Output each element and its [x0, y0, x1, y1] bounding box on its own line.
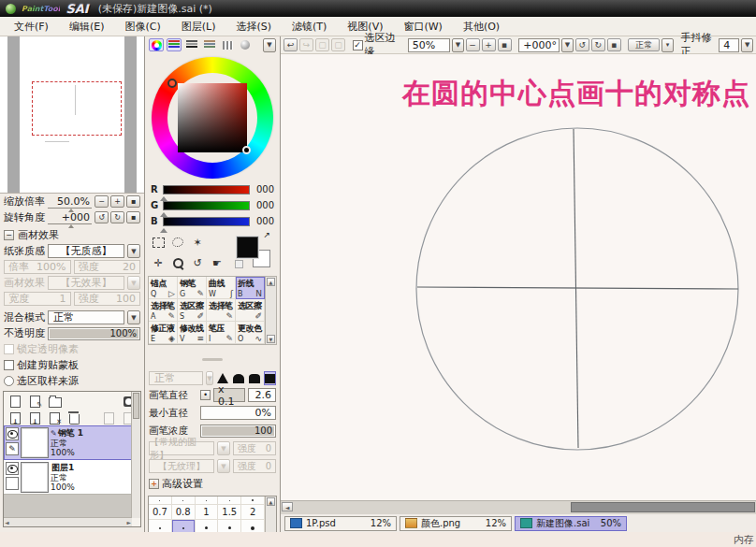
rect-select-tool[interactable] — [151, 236, 166, 249]
nav-zoom-slider[interactable]: 50.0% — [48, 194, 92, 209]
expand-icon[interactable]: + — [149, 479, 159, 489]
scroll-down-icon[interactable]: ▼ — [267, 335, 275, 343]
preset-dot-small[interactable] — [241, 497, 264, 505]
color-wheel[interactable] — [152, 57, 273, 179]
lasso-tool[interactable] — [170, 236, 185, 249]
menu-item-8[interactable]: 其他(O) — [453, 18, 510, 36]
view-zoom-field[interactable]: 50% — [408, 38, 450, 52]
new-layer-button[interactable] — [8, 395, 22, 408]
layer-item-layer-1[interactable]: 图层1正常100% — [4, 460, 132, 495]
preset-size-2[interactable]: 2 — [241, 505, 264, 520]
layer-item-pen-1[interactable]: ✎✎钢笔 1正常100% — [4, 425, 132, 460]
nav-rotate-slider[interactable]: +000 — [48, 210, 92, 224]
tool-pen-pressure[interactable]: 笔压I✎ — [207, 322, 236, 344]
saturation-value-square[interactable] — [178, 83, 247, 152]
undo-button[interactable]: ↩ — [284, 38, 298, 51]
preset-dot-small[interactable] — [149, 497, 171, 505]
chevron-down-icon[interactable]: ▼ — [263, 38, 276, 52]
chevron-down-icon[interactable]: ▼ — [127, 310, 140, 324]
red-slider[interactable] — [163, 185, 250, 194]
navigator-preview[interactable] — [0, 36, 144, 194]
zoom-tool[interactable] — [170, 256, 185, 269]
menu-item-3[interactable]: 图层(L) — [171, 18, 226, 36]
nav-zoom-in-button[interactable]: + — [110, 195, 124, 208]
canvas-horizontal-scrollbar[interactable]: ◄ — [281, 500, 756, 513]
tool-change-color[interactable]: 更改色O∿ — [236, 322, 265, 344]
chevron-down-icon[interactable]: ▼ — [561, 38, 574, 52]
layer-horizontal-scrollbar[interactable]: ◄► — [4, 517, 132, 526]
preset-size-1[interactable]: 1 — [196, 505, 218, 520]
brush-tip-flat[interactable] — [264, 371, 276, 385]
chevron-down-icon[interactable]: ▼ — [741, 38, 753, 52]
scratchpad-tab[interactable] — [238, 38, 253, 51]
menu-item-7[interactable]: 窗口(W) — [393, 18, 452, 36]
delete-layer-button[interactable] — [67, 411, 81, 425]
layer-visibility-toggle[interactable] — [6, 462, 19, 475]
layer-paint-indicator[interactable]: ✎ — [6, 442, 19, 455]
color-mixer-tab[interactable] — [202, 38, 217, 51]
collapse-icon[interactable]: − — [4, 230, 14, 240]
tool-select-pen[interactable]: 选择笔A✎ — [149, 299, 178, 322]
tool-selection-eraser-2[interactable]: 选区擦✐ — [236, 299, 265, 322]
blend-mode-select[interactable]: 正常 — [48, 310, 124, 324]
move-tool[interactable]: ✛ — [151, 256, 166, 269]
brush-tip-round[interactable] — [248, 371, 261, 385]
rotate-ccw-button[interactable]: ↺ — [575, 38, 589, 51]
tool-polyline[interactable]: 折线BN — [236, 277, 265, 299]
menu-item-2[interactable]: 图像(C) — [114, 18, 170, 36]
zoom-out-button[interactable]: − — [466, 38, 480, 51]
transfer-down-button[interactable] — [8, 411, 22, 425]
zoom-reset-button[interactable]: ▪ — [498, 38, 512, 51]
document-tab-1p-psd[interactable]: 1P.psd12% — [284, 516, 397, 531]
paper-texture-select[interactable]: 【无质感】 — [48, 244, 124, 258]
scroll-up-icon[interactable]: ▲ — [267, 497, 275, 506]
tool-pen[interactable]: 钢笔G✎ — [178, 277, 207, 299]
menu-item-4[interactable]: 选择(S) — [225, 18, 282, 36]
clip-mask-checkbox[interactable] — [4, 360, 14, 370]
tool-grid-scrollbar[interactable]: ▲ ▼ — [265, 277, 276, 344]
nav-rotate-cw-button[interactable]: ↻ — [110, 211, 124, 223]
swap-colors-icon[interactable]: ↗ — [263, 230, 270, 239]
blue-slider[interactable] — [163, 217, 250, 226]
opacity-slider[interactable]: 100% — [48, 327, 140, 340]
hue-marker[interactable] — [167, 79, 177, 88]
menu-item-1[interactable]: 编辑(E) — [59, 18, 115, 36]
tool-selection-eraser[interactable]: 选区擦S✐ — [178, 299, 207, 322]
min-diameter-field[interactable]: 0% — [200, 406, 276, 420]
green-slider[interactable] — [163, 201, 250, 210]
sv-marker[interactable] — [242, 146, 251, 154]
tool-select-pen-2[interactable]: 选择笔✎ — [207, 299, 236, 322]
color-wheel-tab[interactable] — [149, 38, 164, 51]
preset-dot-small[interactable] — [218, 497, 240, 505]
new-layer-set-button[interactable] — [48, 395, 62, 408]
chevron-down-icon[interactable]: ▾ — [662, 38, 674, 52]
drawing-canvas[interactable]: 在圆的中心点画十的对称点 — [281, 54, 756, 500]
scrollbar-handle[interactable] — [571, 502, 755, 512]
menu-item-5[interactable]: 滤镜(T) — [282, 18, 337, 36]
diameter-unit-button[interactable]: • — [200, 390, 211, 400]
panel-resize-grip[interactable] — [202, 358, 223, 361]
nav-rotate-ccw-button[interactable]: ↺ — [94, 211, 109, 223]
hand-tool[interactable]: ☛ — [210, 256, 225, 269]
rotate-view-tool[interactable]: ↺ — [190, 256, 205, 269]
selection-edge-checkbox[interactable]: ✓ — [353, 40, 363, 50]
view-angle-field[interactable]: +000° — [518, 38, 560, 52]
new-linework-layer-button[interactable] — [28, 395, 42, 408]
stabilizer-field[interactable]: 4 — [719, 38, 739, 52]
diameter-value-field[interactable]: 2.6 — [248, 388, 276, 402]
scroll-up-icon[interactable]: ▲ — [267, 278, 275, 286]
preset-size-1.5[interactable]: 1.5 — [218, 505, 240, 520]
nav-rotate-reset-button[interactable]: ▪ — [126, 211, 140, 223]
tool-correction-fluid[interactable]: 修正液E◈ — [149, 322, 178, 344]
zoom-in-button[interactable]: + — [482, 38, 496, 51]
navigator-viewport-rect[interactable] — [32, 81, 122, 136]
hsv-slider-tab[interactable] — [184, 38, 199, 51]
swatches-tab[interactable] — [220, 38, 235, 51]
layer-visibility-toggle[interactable] — [6, 427, 19, 440]
scroll-left-icon[interactable]: ◄ — [5, 519, 9, 525]
chevron-down-icon[interactable]: ▼ — [452, 38, 464, 52]
rotate-reset-button[interactable]: ▪ — [607, 38, 621, 51]
nav-zoom-reset-button[interactable]: ▪ — [126, 195, 140, 208]
nav-zoom-out-button[interactable]: − — [94, 195, 109, 208]
chevron-down-icon[interactable]: ▼ — [127, 244, 140, 258]
